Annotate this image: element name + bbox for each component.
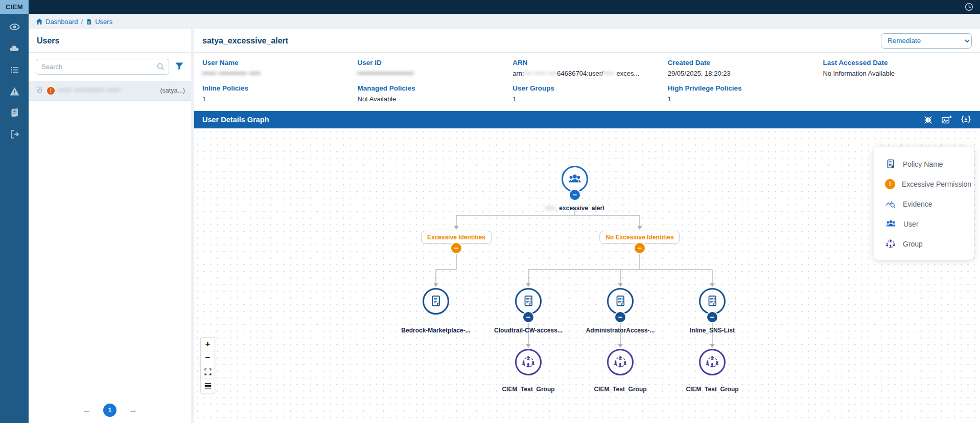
graph-zoom-controls: + − [200,337,215,393]
group-node[interactable]: CIEM_Test_Group [514,349,543,375]
graph-title: User Details Graph [202,116,269,124]
group-node-label: CIEM_Test_Group [686,386,738,393]
legend-group: Group [874,234,974,254]
user-icon [567,171,582,187]
search-icon [156,62,165,73]
field-high-privilege-policies: High Privilege Policies 1 [668,84,817,103]
policy-node-label: AdministratorAccess-... [586,327,655,334]
group-icon [885,238,896,250]
group-node-label: CIEM_Test_Group [594,386,646,393]
topbar: CIEM [0,0,980,14]
clock-icon[interactable] [964,2,974,12]
legend-user: User [874,214,974,234]
user-fields: User Name ••••• •••••••••• •••• User ID … [194,53,980,111]
legend-evidence: Evidence [874,194,974,214]
group-node[interactable]: CIEM_Test_Group [606,349,635,375]
field-managed-policies: Managed Policies Not Available [358,84,507,103]
list-icon[interactable] [9,64,20,75]
legend-policy-name: Policy Name [874,154,974,174]
policy-doc-icon [429,294,443,308]
collapse-badge[interactable]: − [614,311,626,323]
policy-node-cloudtrail[interactable]: − Cloudtrail-CW-access... [514,288,543,315]
filter-icon[interactable] [175,61,184,73]
book-icon[interactable] [9,107,20,118]
hand-gesture-icon [35,85,43,96]
home-icon [36,18,43,25]
field-created-date: Created Date 29/05/2025, 18:20:23 [668,59,817,77]
policy-doc-icon [705,294,719,308]
field-last-accessed: Last Accessed Date No Information Availa… [823,59,972,77]
field-arn: ARN arn:••• •••• •••64686704:user/•••• e… [512,59,662,77]
zoom-in-button[interactable]: + [201,338,215,351]
excessive-alert-icon: ! [885,179,895,189]
alert-badge: ! [47,87,55,95]
cloud-icon[interactable] [9,42,20,54]
group-icon [705,354,720,370]
breadcrumb: Dashboard / Users [29,14,980,29]
graph-header-bar: User Details Graph [194,111,980,128]
fullscreen-button[interactable] [201,365,215,379]
policy-doc-icon [885,159,896,170]
policy-node-label: Cloudtrail-CW-access... [494,327,563,334]
zoom-out-button[interactable]: − [201,351,215,365]
collapse-badge[interactable]: − [569,189,581,201]
branch-collapse-badge[interactable]: − [450,242,462,254]
user-detail-panel: satya_excessive_alert Remediate User Nam… [194,29,980,423]
collapse-all-icon[interactable] [923,115,933,125]
users-panel: Users ! [29,29,191,423]
pagination: ← 1 → [29,404,191,417]
field-user-groups: User Groups 1 [512,84,662,103]
field-inline-policies: Inline Policies 1 [202,84,352,103]
search-input[interactable] [36,59,169,75]
group-icon [521,354,536,370]
file-icon [86,18,92,25]
prev-page-arrow[interactable]: ← [82,405,91,415]
sidebar [0,14,29,423]
user-list-item[interactable]: ! ••••• ••••••••••• ••••• (satya...) [29,81,191,101]
breadcrumb-users[interactable]: Users [86,18,112,26]
sign-out-icon[interactable] [9,128,20,140]
policy-node-administrator[interactable]: − AdministratorAccess-... [606,288,635,315]
group-node-label: CIEM_Test_Group [502,386,554,393]
legend-excessive-permission: ! Excessive Permission [874,174,974,194]
redacted-username: ••••• ••••••••••• ••••• [58,87,121,94]
root-node-label: ••••_excessive_alert [545,205,604,212]
policy-node-bedrock[interactable]: Bedrock-Marketplace-... [422,288,450,315]
app-logo: CIEM [0,0,29,14]
users-panel-title: Users [29,29,191,53]
policy-doc-icon [521,294,535,308]
page-number[interactable]: 1 [103,404,116,417]
export-json-icon[interactable] [960,115,972,124]
branch-collapse-badge[interactable]: − [634,242,646,254]
policy-node-label: Bedrock-Marketplace-... [401,327,470,334]
remediate-select[interactable]: Remediate [881,33,972,49]
collapse-badge[interactable]: − [706,311,718,323]
collapse-badge[interactable]: − [522,311,534,323]
export-image-icon[interactable] [941,115,952,125]
eye-icon[interactable] [9,21,20,32]
breadcrumb-dashboard[interactable]: Dashboard [36,18,78,26]
next-page-arrow[interactable]: → [129,405,137,415]
policy-node-label: Inline_SNS-List [690,327,735,334]
breadcrumb-separator: / [81,18,83,26]
evidence-chart-icon [885,198,896,210]
policy-doc-icon [613,294,627,308]
username-suffix: (satya...) [160,87,185,94]
layers-button[interactable] [201,379,215,393]
group-node[interactable]: CIEM_Test_Group [698,349,727,375]
alert-triangle-icon[interactable] [9,85,20,97]
policy-node-inline-sns[interactable]: − Inline_SNS-List [698,288,727,315]
graph-legend: Policy Name ! Excessive Permission Evide… [874,147,974,260]
user-icon [885,218,897,230]
user-node-root[interactable]: − ••••_excessive_alert [561,166,589,192]
page-title: satya_excessive_alert [202,36,288,46]
field-user-id: User ID •••••••••••••••••••• [358,59,507,77]
group-icon [613,354,628,370]
user-details-graph: − ••••_excessive_alert Excessive Identit… [194,128,980,423]
field-user-name: User Name ••••• •••••••••• •••• [202,59,352,77]
